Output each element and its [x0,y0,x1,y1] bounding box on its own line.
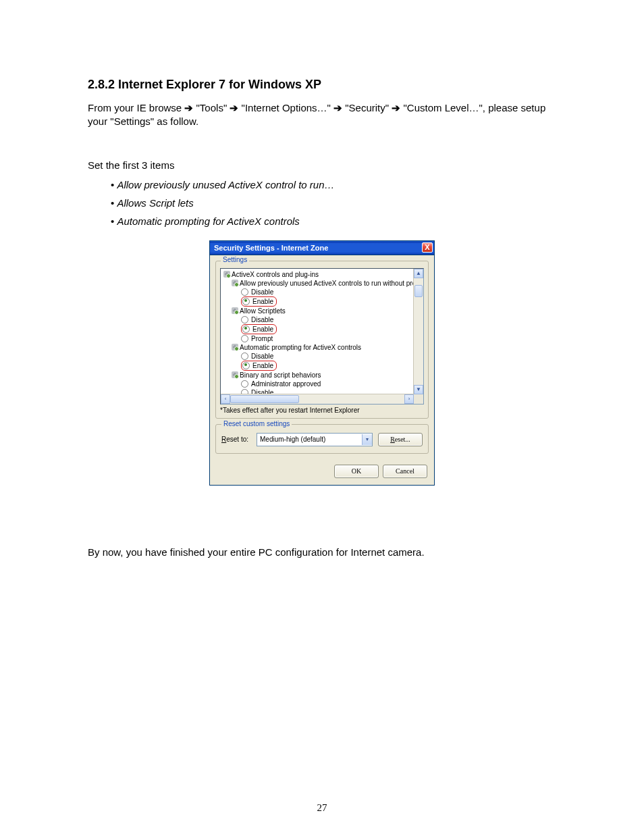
ok-button[interactable]: OK [334,465,379,478]
gear-icon [232,280,238,286]
radio-disable[interactable]: Disable [222,315,422,324]
radio-prompt[interactable]: Prompt [222,334,422,343]
dialog-title: Security Settings - Internet Zone [214,244,328,252]
bullet-item: Allow previously unused ActiveX control … [111,179,556,190]
cancel-button[interactable]: Cancel [383,465,427,478]
horizontal-scrollbar[interactable]: ‹ › [221,394,414,404]
tree-item-allow-prev-unused: Allow previously unused ActiveX controls… [222,279,422,288]
intro-paragraph: From your IE browse ➔ "Tools" ➔ "Interne… [88,101,556,129]
scroll-corner [414,394,423,404]
reset-level-combo[interactable]: Medium-high (default) ▾ [257,433,373,446]
intro-text-4: "Security" [345,102,392,113]
section-heading: 2.8.2 Internet Explorer 7 for Windows XP [88,78,556,92]
scroll-up-button[interactable]: ▲ [414,269,423,278]
reset-group-label: Reset custom settings [221,420,292,427]
intro-text-1: From your IE browse [88,102,184,113]
tree-item-auto-prompting: Automatic prompting for ActiveX controls [222,343,422,352]
tree-group-activex: ActiveX controls and plug-ins [222,270,422,279]
intro-text-2: "Tools" [196,102,230,113]
bullet-item: Automatic prompting for ActiveX controls [111,215,556,227]
settings-group-label: Settings [221,256,249,263]
arrow-icon: ➔ [333,102,342,113]
set-first-label: Set the first 3 items [88,159,556,172]
scroll-down-button[interactable]: ▼ [414,385,423,394]
restart-note: *Takes effect after you restart Internet… [220,407,424,414]
radio-disable[interactable]: Disable [222,288,422,296]
gear-icon [232,371,238,378]
arrow-icon: ➔ [230,102,238,113]
scroll-thumb[interactable] [230,395,299,403]
reset-button[interactable]: Reset... [378,433,423,446]
radio-enable[interactable]: Enable [222,324,422,334]
settings-tree[interactable]: ActiveX controls and plug-ins Allow prev… [220,268,424,405]
chevron-down-icon[interactable]: ▾ [362,434,372,445]
radio-enable[interactable]: Enable [222,361,422,371]
scroll-left-button[interactable]: ‹ [221,394,230,404]
tree-item-binary-script: Binary and script behaviors [222,371,422,380]
bullet-item: Allows Script lets [111,197,556,209]
vertical-scrollbar[interactable]: ▲ ▼ [413,269,423,394]
scroll-thumb[interactable] [414,285,423,297]
bullet-list: Allow previously unused ActiveX control … [111,179,556,227]
scroll-right-button[interactable]: › [404,394,414,404]
reset-to-label: Reset to: [221,436,251,443]
arrow-icon: ➔ [392,102,400,113]
combo-value: Medium-high (default) [257,436,362,443]
arrow-icon: ➔ [184,102,193,113]
security-settings-dialog: Security Settings - Internet Zone X Sett… [209,240,435,486]
close-button[interactable]: X [422,242,433,253]
page-number: 27 [0,802,644,814]
gear-icon [232,307,238,314]
radio-admin-approved[interactable]: Administrator approved [222,380,422,388]
gear-icon [232,344,238,350]
dialog-titlebar[interactable]: Security Settings - Internet Zone X [210,241,434,255]
radio-disable[interactable]: Disable [222,352,422,361]
intro-text-3: "Internet Options…" [242,102,334,113]
tree-item-allow-scriptlets: Allow Scriptlets [222,307,422,315]
gear-icon [223,271,230,278]
closing-paragraph: By now, you have finished your entire PC… [88,546,556,558]
radio-enable[interactable]: Enable [222,296,422,307]
